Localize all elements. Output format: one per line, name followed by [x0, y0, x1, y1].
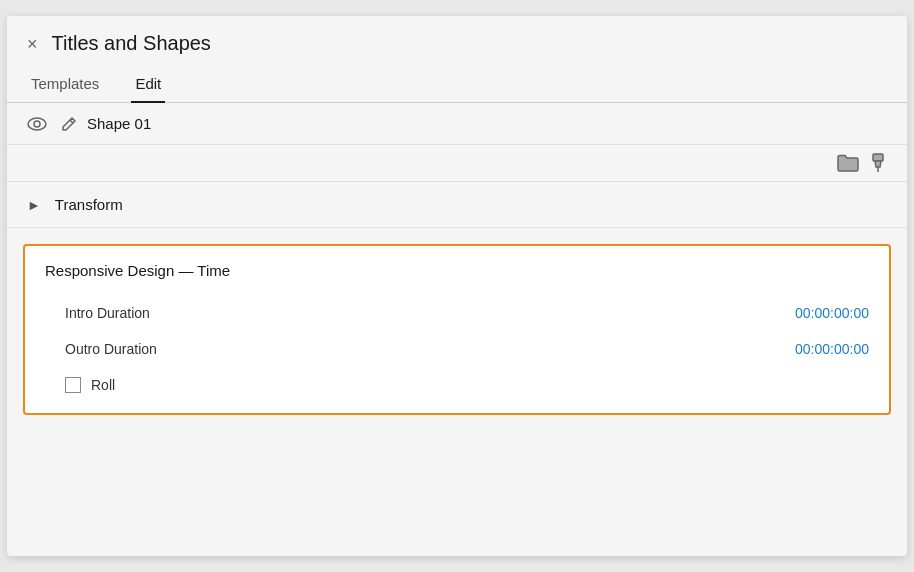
roll-label: Roll [91, 377, 115, 393]
outro-duration-label: Outro Duration [65, 341, 157, 357]
outro-duration-row: Outro Duration 00:00:00:00 [45, 331, 869, 367]
toolbar-row [7, 145, 907, 182]
tab-edit[interactable]: Edit [131, 67, 165, 102]
responsive-design-title: Responsive Design — Time [45, 262, 869, 279]
visibility-icon[interactable] [27, 117, 47, 131]
shape-name: Shape 01 [87, 115, 151, 132]
panel: × Titles and Shapes Templates Edit Shape… [7, 16, 907, 556]
intro-duration-row: Intro Duration 00:00:00:00 [45, 295, 869, 331]
svg-point-1 [34, 121, 40, 127]
close-button[interactable]: × [27, 35, 38, 53]
pen-icon [61, 116, 77, 132]
panel-title: Titles and Shapes [52, 32, 211, 55]
panel-header: × Titles and Shapes [7, 16, 907, 67]
outro-duration-value[interactable]: 00:00:00:00 [795, 341, 869, 357]
responsive-design-section: Responsive Design — Time Intro Duration … [23, 244, 891, 415]
svg-rect-2 [873, 154, 883, 161]
intro-duration-label: Intro Duration [65, 305, 150, 321]
transform-row[interactable]: ► Transform [7, 182, 907, 228]
intro-duration-value[interactable]: 00:00:00:00 [795, 305, 869, 321]
transform-label: Transform [55, 196, 123, 213]
tab-templates[interactable]: Templates [27, 67, 103, 102]
roll-row: Roll [45, 367, 869, 393]
folder-icon[interactable] [837, 154, 859, 172]
shape-row: Shape 01 [7, 103, 907, 145]
roll-checkbox[interactable] [65, 377, 81, 393]
svg-point-0 [28, 118, 46, 130]
chevron-right-icon: ► [27, 197, 41, 213]
tabs-container: Templates Edit [7, 67, 907, 103]
pin-icon[interactable] [869, 153, 887, 173]
